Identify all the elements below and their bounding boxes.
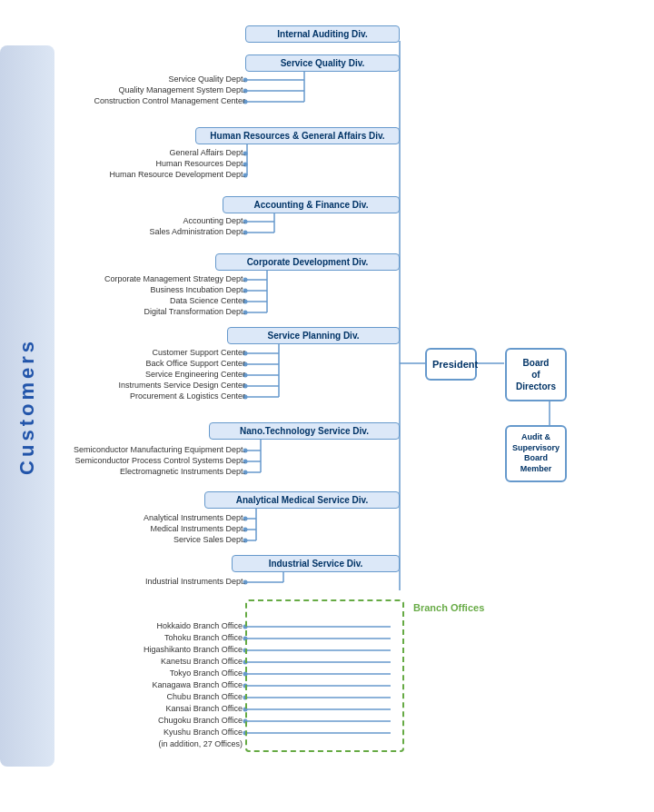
branch-6: Kanagawa Branch Office: [153, 680, 243, 689]
div-corporate-dev: Corporate Development Div.: [215, 253, 400, 271]
dept-ac2: Sales Administration Dept.: [149, 227, 245, 236]
div-industrial: Industrial Service Div.: [232, 555, 400, 572]
dept-sp3: Service Engineering Center: [145, 370, 245, 379]
branch-8: Kansai Branch Office: [166, 704, 243, 713]
dept-cd3: Data Science Center: [170, 296, 245, 305]
branch-additional: (in addition, 27 Offices): [159, 739, 243, 748]
div-analytical: Analytical Medical Service Div.: [204, 491, 400, 509]
dept-sq3: Construction Control Management Center: [94, 96, 245, 105]
dept-cd2: Business Incubation Dept.: [150, 285, 245, 294]
dept-hr2: Human Resources Dept.: [155, 159, 245, 168]
dept-ind1: Industrial Instruments Dept.: [145, 577, 245, 586]
president-box: President: [425, 348, 477, 381]
branch-5: Tokyo Branch Office: [170, 668, 243, 678]
dept-nt1: Semiconductor Manufacturing Equipment De…: [74, 445, 245, 454]
dept-cd1: Corporate Management Strategy Dept.: [104, 274, 245, 283]
div-hr-general: Human Resources & General Affairs Div.: [195, 127, 400, 144]
div-internal-audit: Internal Auditing Div.: [245, 25, 400, 43]
dept-cd4: Digital Transformation Dept.: [144, 307, 245, 316]
org-chart: Customers .org-line { stroke: #6699cc; s…: [0, 0, 654, 812]
dept-nt2: Semiconductor Process Control Systems De…: [74, 456, 245, 465]
dept-sp2: Back Office Support Center: [146, 359, 245, 368]
dept-ac1: Accounting Dept.: [183, 216, 245, 225]
dept-sq2: Quality Management System Dept.: [118, 85, 245, 94]
branch-1: Hokkaido Branch Office: [157, 621, 243, 630]
branch-9: Chugoku Branch Office: [158, 716, 243, 725]
dept-hr1: General Affairs Dept.: [170, 148, 245, 157]
branch-section: [245, 599, 404, 752]
branch-2: Tohoku Branch Office: [164, 633, 243, 642]
dept-nt3: Electromagnetic Instruments Dept.: [120, 467, 245, 476]
branch-offices-label: Branch Offices: [413, 602, 484, 613]
dept-am3: Service Sales Dept.: [173, 535, 245, 544]
dept-hr3: Human Resource Development Dept.: [109, 170, 245, 179]
branch-3: Higashikanto Branch Office: [144, 645, 243, 654]
dept-sq1: Service Quality Dept.: [168, 74, 245, 84]
dept-am1: Analytical Instruments Dept.: [144, 513, 245, 522]
branch-4: Kanetsu Branch Office: [161, 657, 243, 666]
dept-sp4: Instruments Service Design Center: [118, 381, 245, 390]
div-accounting: Accounting & Finance Div.: [223, 196, 400, 213]
div-service-quality: Service Quality Div.: [245, 54, 400, 72]
customers-label: Customers: [0, 45, 54, 767]
board-of-directors-box: Board of Directors: [505, 348, 567, 401]
dept-sp1: Customer Support Center: [152, 348, 245, 357]
branch-10: Kyushu Branch Office: [164, 728, 243, 737]
audit-box: Audit & Supervisory Board Member: [505, 425, 567, 482]
div-nano-tech: Nano.Technology Service Div.: [209, 422, 400, 440]
dept-am2: Medical Instruments Dept.: [150, 524, 245, 533]
branch-7: Chubu Branch Office: [167, 692, 243, 701]
customers-text: Customers: [15, 338, 39, 475]
div-service-planning: Service Planning Div.: [227, 327, 400, 344]
dept-sp5: Procurement & Logistics Center: [130, 391, 245, 401]
